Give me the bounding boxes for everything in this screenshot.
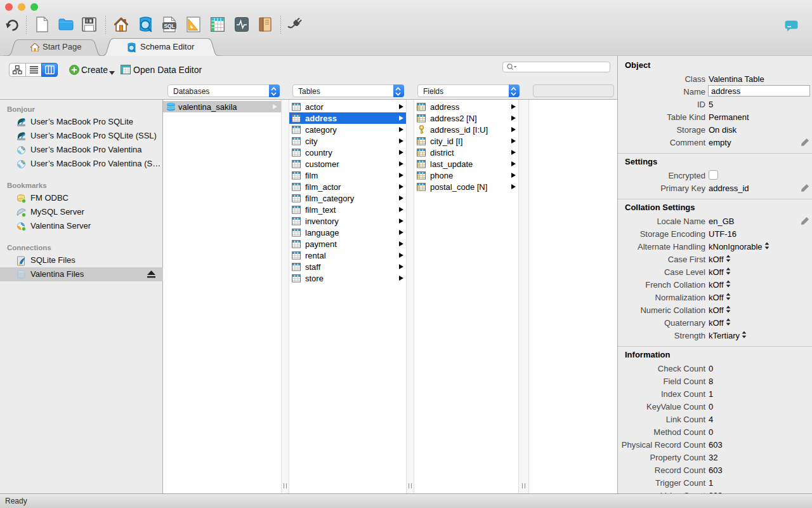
- svg-text:SQL: SQL: [164, 23, 175, 29]
